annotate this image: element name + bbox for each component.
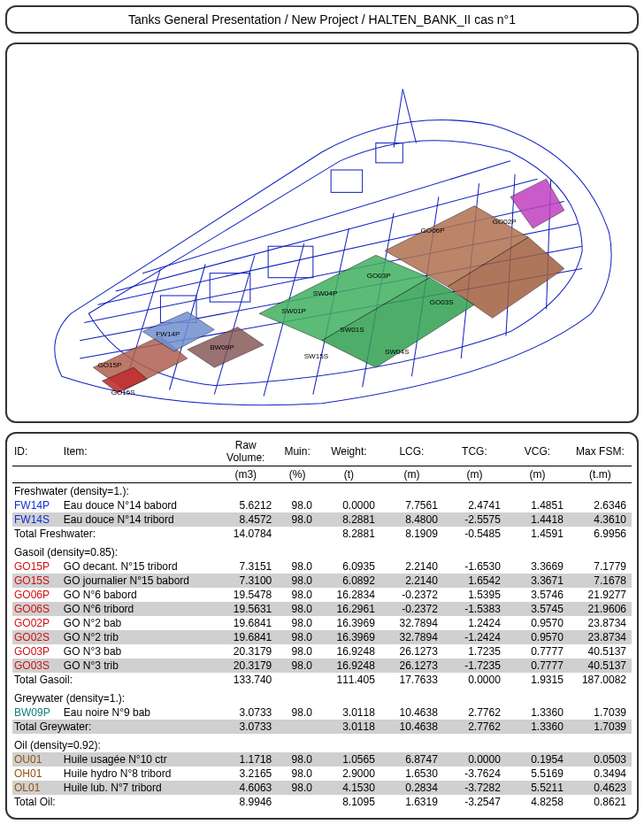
cell-item: GO N°3 bab bbox=[62, 644, 214, 659]
viz-label-sw04s: SW04S bbox=[385, 348, 410, 356]
cell-rawvol: 8.4572 bbox=[214, 512, 277, 527]
cell-maxfsm: 7.1779 bbox=[569, 559, 632, 574]
cell-lcg: 10.4638 bbox=[380, 720, 443, 734]
cell-lcg: 7.7561 bbox=[380, 498, 443, 512]
col-weight-unit: (t) bbox=[318, 466, 380, 483]
table-row[interactable]: GO15SGO journalier N°15 babord7.310098.0… bbox=[12, 574, 632, 588]
cell-weight: 16.9248 bbox=[318, 659, 380, 673]
cell-vcg: 1.3360 bbox=[506, 720, 569, 734]
cell-tcg: 2.4741 bbox=[443, 498, 506, 512]
cell-weight: 16.9248 bbox=[318, 644, 380, 659]
cell-weight: 3.0118 bbox=[318, 705, 380, 720]
cell-vcg: 3.5745 bbox=[506, 602, 569, 616]
table-row[interactable]: FW14PEau douce N°14 babord5.621298.00.00… bbox=[12, 498, 632, 512]
cell-weight: 1.0565 bbox=[318, 752, 380, 767]
cell-weight: 6.0892 bbox=[318, 574, 380, 588]
table-row[interactable]: GO02SGO N°2 trib19.684198.016.396932.789… bbox=[12, 630, 632, 644]
table-row[interactable]: OL01Huile lub. N°7 tribord4.606398.04.15… bbox=[12, 781, 632, 795]
col-rawvol-unit: (m3) bbox=[214, 466, 277, 483]
cell-tcg: -1.6530 bbox=[443, 559, 506, 574]
cell-lcg: 8.4800 bbox=[380, 512, 443, 527]
cell-item: Eau douce N°14 babord bbox=[62, 498, 214, 512]
cell-muin bbox=[277, 673, 318, 687]
viz-label-sw04p: SW04P bbox=[313, 289, 338, 297]
table-row[interactable]: GO06PGO N°6 babord19.547898.016.2834-0.2… bbox=[12, 588, 632, 602]
cell-rawvol: 19.6841 bbox=[214, 630, 277, 644]
cell-item: GO decant. N°15 tribord bbox=[62, 559, 214, 574]
table-row[interactable]: GO03SGO N°3 trib20.317998.016.924826.127… bbox=[12, 659, 632, 673]
cell-id: GO06P bbox=[12, 588, 62, 602]
cell-weight: 0.0000 bbox=[318, 498, 380, 512]
table-row[interactable]: GO03PGO N°3 bab20.317998.016.924826.1273… bbox=[12, 644, 632, 659]
cell-vcg: 3.3669 bbox=[506, 559, 569, 574]
cell-tcg: 2.7762 bbox=[443, 720, 506, 734]
cell-id: OH01 bbox=[12, 767, 62, 781]
cell-maxfsm: 1.7039 bbox=[569, 720, 632, 734]
cell-muin bbox=[277, 527, 318, 541]
table-row[interactable]: GO06SGO N°6 tribord19.563198.016.2961-0.… bbox=[12, 602, 632, 616]
cell-lcg: -0.2372 bbox=[380, 588, 443, 602]
cell-weight: 6.0935 bbox=[318, 559, 380, 574]
cell-maxfsm: 23.8734 bbox=[569, 630, 632, 644]
cell-id: OL01 bbox=[12, 781, 62, 795]
cell-tcg: -3.7282 bbox=[443, 781, 506, 795]
cell-weight: 8.2881 bbox=[318, 512, 380, 527]
cell-lcg: 2.2140 bbox=[380, 559, 443, 574]
cell-vcg: 1.4418 bbox=[506, 512, 569, 527]
cell-tcg: -1.2424 bbox=[443, 630, 506, 644]
viz-label-fw14p: FW14P bbox=[156, 330, 180, 338]
cell-muin: 98.0 bbox=[277, 574, 318, 588]
table-row[interactable]: OH01Huile hydro N°8 tribord3.216598.02.9… bbox=[12, 767, 632, 781]
table-row[interactable]: OU01Huile usagée N°10 ctr1.171898.01.056… bbox=[12, 752, 632, 767]
cell-tcg: -1.5383 bbox=[443, 602, 506, 616]
cell-vcg: 5.5169 bbox=[506, 767, 569, 781]
cell-rawvol: 7.3151 bbox=[214, 559, 277, 574]
cell-item: Huile hydro N°8 tribord bbox=[62, 767, 214, 781]
tank-table: ID: Item: Raw Volume: Muin: Weight: LCG:… bbox=[12, 437, 632, 809]
cell-tcg: -3.2547 bbox=[443, 795, 506, 809]
cell-lcg: 32.7894 bbox=[380, 630, 443, 644]
viz-label-go02p: GO02P bbox=[493, 218, 517, 226]
total-row: Total Greywater:3.07333.011810.46382.776… bbox=[12, 720, 632, 734]
cell-tcg: 0.0000 bbox=[443, 752, 506, 767]
svg-rect-3 bbox=[331, 170, 363, 192]
visualization-panel[interactable]: GO06P GO03P GO02P GO03S SW04P SW01P SW01… bbox=[5, 42, 639, 423]
cell-vcg: 0.1954 bbox=[506, 752, 569, 767]
cell-id: GO03S bbox=[12, 659, 62, 673]
table-row[interactable]: GO02PGO N°2 bab19.684198.016.396932.7894… bbox=[12, 616, 632, 630]
cell-rawvol: 19.6841 bbox=[214, 616, 277, 630]
cell-id: FW14S bbox=[12, 512, 62, 527]
cell-muin: 98.0 bbox=[277, 512, 318, 527]
cell-maxfsm: 0.4623 bbox=[569, 781, 632, 795]
ship-wireframe[interactable]: GO06P GO03P GO02P GO03S SW04P SW01P SW01… bbox=[7, 44, 637, 421]
cell-tcg: -3.7624 bbox=[443, 767, 506, 781]
viz-label-bw09p: BW09P bbox=[210, 343, 234, 351]
table-row[interactable]: GO15PGO decant. N°15 tribord7.315198.06.… bbox=[12, 559, 632, 574]
table-row[interactable]: FW14SEau douce N°14 tribord8.457298.08.2… bbox=[12, 512, 632, 527]
svg-marker-11 bbox=[510, 179, 564, 228]
cell-id: GO15P bbox=[12, 559, 62, 574]
table-row[interactable]: BW09PEau noire N°9 bab3.073398.03.011810… bbox=[12, 705, 632, 720]
cell-lcg: 10.4638 bbox=[380, 705, 443, 720]
group-label: Freshwater (density=1.): bbox=[12, 483, 632, 499]
svg-rect-1 bbox=[210, 273, 250, 302]
cell-muin: 98.0 bbox=[277, 630, 318, 644]
col-vcg-unit: (m) bbox=[506, 466, 569, 483]
cell-weight: 16.3969 bbox=[318, 630, 380, 644]
cell-maxfsm: 0.3494 bbox=[569, 767, 632, 781]
cell-item: Huile usagée N°10 ctr bbox=[62, 752, 214, 767]
total-row: Total Freshwater:14.07848.28818.1909-0.5… bbox=[12, 527, 632, 541]
cell-vcg: 1.4591 bbox=[506, 527, 569, 541]
svg-line-5 bbox=[394, 89, 402, 148]
cell-vcg: 0.9570 bbox=[506, 630, 569, 644]
cell-vcg: 0.7777 bbox=[506, 644, 569, 659]
group-label: Greywater (density=1.): bbox=[12, 687, 632, 705]
cell-rawvol: 3.2165 bbox=[214, 767, 277, 781]
cell-weight: 111.405 bbox=[318, 673, 380, 687]
cell-rawvol: 19.5631 bbox=[214, 602, 277, 616]
cell-total-label: Total Freshwater: bbox=[12, 527, 214, 541]
svg-line-6 bbox=[402, 89, 416, 143]
cell-rawvol: 19.5478 bbox=[214, 588, 277, 602]
cell-id: GO15S bbox=[12, 574, 62, 588]
cell-muin: 98.0 bbox=[277, 781, 318, 795]
